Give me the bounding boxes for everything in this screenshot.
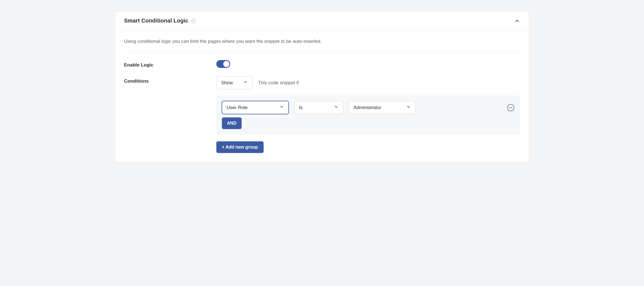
toggle-knob	[223, 61, 229, 67]
card-header[interactable]: Smart Conditional Logic ?	[115, 11, 529, 30]
enable-logic-control	[216, 60, 520, 68]
value-select[interactable]: Administrator	[349, 101, 415, 114]
and-button[interactable]: AND	[222, 117, 242, 129]
conditions-row: Conditions Show This code snippet if	[124, 76, 520, 153]
condition-group: User Role Is	[216, 95, 520, 135]
condition-action-row: Show This code snippet if	[216, 76, 520, 89]
help-icon[interactable]: ?	[191, 19, 195, 23]
action-select[interactable]: Show	[216, 76, 252, 89]
operator-select-value: Is	[299, 105, 303, 110]
enable-logic-label: Enable Logic	[124, 60, 216, 68]
enable-logic-toggle[interactable]	[216, 60, 230, 68]
suffix-text: This code snippet if	[258, 80, 299, 86]
add-group-button[interactable]: + Add new group	[216, 141, 264, 153]
enable-logic-row: Enable Logic	[124, 60, 520, 68]
conditions-control: Show This code snippet if	[216, 76, 520, 153]
field-select-value: User Role	[227, 105, 248, 110]
remove-rule-button[interactable]	[507, 104, 514, 111]
card-body: Using conditional logic you can limit th…	[115, 30, 529, 162]
chevron-up-icon[interactable]	[514, 18, 520, 24]
divider	[124, 51, 520, 52]
value-select-value: Administrator	[353, 105, 381, 110]
condition-rule-row: User Role Is	[222, 101, 514, 114]
selects-wrap: User Role Is	[222, 101, 502, 114]
action-select-value: Show	[221, 80, 233, 86]
conditions-label: Conditions	[124, 76, 216, 84]
chevron-down-icon	[406, 105, 411, 110]
chevron-down-icon	[334, 105, 338, 110]
field-select[interactable]: User Role	[222, 101, 289, 114]
chevron-down-icon	[279, 105, 284, 110]
minus-icon	[509, 107, 512, 108]
chevron-down-icon	[243, 80, 248, 86]
card-title-wrap: Smart Conditional Logic ?	[124, 18, 195, 24]
description-text: Using conditional logic you can limit th…	[124, 39, 520, 44]
card-title: Smart Conditional Logic	[124, 18, 188, 24]
operator-select[interactable]: Is	[294, 101, 343, 114]
conditional-logic-card: Smart Conditional Logic ? Using conditio…	[115, 11, 529, 162]
